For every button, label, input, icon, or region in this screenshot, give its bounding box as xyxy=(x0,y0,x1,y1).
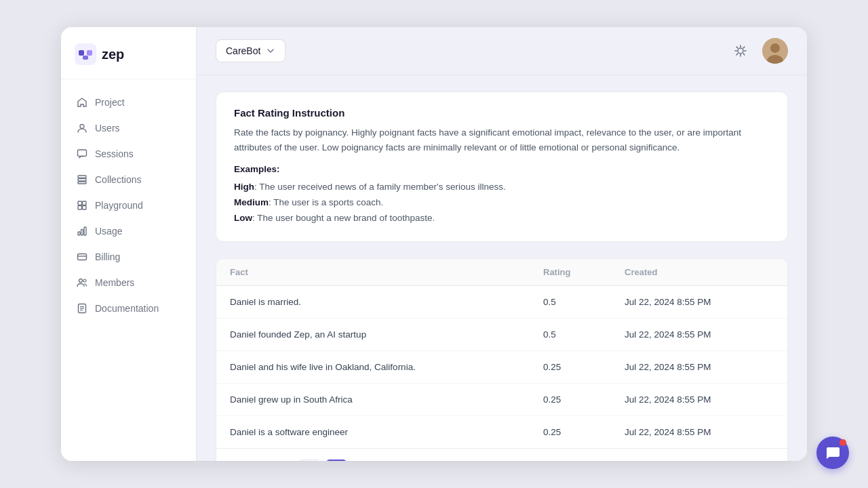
svg-point-34 xyxy=(770,43,780,53)
sidebar-item-documentation[interactable]: Documentation xyxy=(69,296,188,321)
user-avatar[interactable] xyxy=(762,38,788,64)
sun-icon xyxy=(734,44,747,58)
avatar-image xyxy=(762,38,788,64)
billing-icon xyxy=(76,251,88,263)
previous-button[interactable]: Previous xyxy=(230,461,293,462)
logo-area: zep xyxy=(61,27,196,79)
sidebar-item-playground[interactable]: Playground xyxy=(69,193,188,218)
svg-rect-12 xyxy=(83,206,87,210)
svg-rect-8 xyxy=(78,182,86,184)
project-name: CareBot xyxy=(226,45,260,56)
example-high-label: High xyxy=(234,182,254,192)
next-button[interactable]: Next xyxy=(353,461,399,462)
fact-cell: Daniel and his wife live in Oakland, Cal… xyxy=(230,362,543,372)
instruction-body: Rate the facts by poignancy. Highly poig… xyxy=(234,125,770,155)
project-selector[interactable]: CareBot xyxy=(216,39,285,62)
chat-icon xyxy=(76,148,88,160)
chevron-down-icon xyxy=(266,46,275,56)
sidebar: zep Project Users xyxy=(61,27,197,461)
svg-rect-16 xyxy=(78,254,87,260)
sidebar-item-usage[interactable]: Usage xyxy=(69,219,188,243)
page-1-button[interactable]: 1 xyxy=(298,460,320,461)
rating-cell: 0.25 xyxy=(543,394,625,405)
rating-cell: 0.5 xyxy=(543,297,625,307)
svg-rect-2 xyxy=(87,50,92,56)
instruction-title: Fact Rating Instruction xyxy=(234,107,770,119)
page-2-button[interactable]: 2 xyxy=(326,460,347,461)
chat-notification-dot xyxy=(840,439,846,446)
example-high-text: : The user received news of a family mem… xyxy=(254,182,506,192)
table-row: Daniel and his wife live in Oakland, Cal… xyxy=(216,351,787,384)
svg-rect-0 xyxy=(75,43,96,65)
svg-rect-1 xyxy=(79,50,84,56)
svg-rect-3 xyxy=(83,56,88,60)
svg-rect-13 xyxy=(78,232,80,235)
examples-title: Examples: xyxy=(234,164,770,174)
created-cell: Jul 22, 2024 8:55 PM xyxy=(625,297,774,307)
svg-rect-5 xyxy=(78,150,87,157)
table-row: Daniel is a software engineer 0.25 Jul 2… xyxy=(216,416,787,448)
sidebar-item-users[interactable]: Users xyxy=(69,116,188,140)
svg-line-31 xyxy=(743,47,745,48)
sidebar-item-sessions[interactable]: Sessions xyxy=(69,142,188,166)
collection-icon xyxy=(76,174,88,186)
svg-point-24 xyxy=(738,48,743,54)
fact-cell: Daniel grew up in South Africa xyxy=(230,394,543,405)
col-fact: Fact xyxy=(230,267,543,277)
table-row: Daniel is married. 0.5 Jul 22, 2024 8:55… xyxy=(216,286,787,319)
col-rating: Rating xyxy=(543,267,625,277)
nav-list: Project Users Sessions Col xyxy=(61,79,196,461)
svg-rect-7 xyxy=(78,179,86,182)
created-cell: Jul 22, 2024 8:55 PM xyxy=(625,394,774,405)
chart-icon xyxy=(76,225,88,237)
svg-line-30 xyxy=(743,54,745,55)
home-icon xyxy=(76,96,88,108)
svg-rect-6 xyxy=(78,176,86,178)
sidebar-item-collections[interactable]: Collections xyxy=(69,167,188,192)
svg-rect-9 xyxy=(78,201,82,205)
members-icon xyxy=(76,277,88,289)
zep-logo-icon xyxy=(75,43,96,65)
main-content: CareBot Fact Rating Inst xyxy=(197,27,807,461)
svg-line-29 xyxy=(736,47,738,48)
col-created: Created xyxy=(625,267,774,277)
example-low-label: Low xyxy=(234,213,252,223)
logo: zep xyxy=(75,43,182,65)
fact-cell: Daniel founded Zep, an AI startup xyxy=(230,329,543,340)
table-body: Daniel is married. 0.5 Jul 22, 2024 8:55… xyxy=(216,286,787,448)
rating-cell: 0.25 xyxy=(543,427,625,437)
table-row: Daniel grew up in South Africa 0.25 Jul … xyxy=(216,384,787,416)
rating-cell: 0.25 xyxy=(543,362,625,372)
example-high: High: The user received news of a family… xyxy=(234,180,770,195)
fact-cell: Daniel is married. xyxy=(230,297,543,307)
page-content: Fact Rating Instruction Rate the facts b… xyxy=(197,75,807,461)
theme-toggle-button[interactable] xyxy=(728,39,753,63)
example-low: Low: The user bought a new brand of toot… xyxy=(234,211,770,226)
instruction-box: Fact Rating Instruction Rate the facts b… xyxy=(216,92,788,242)
example-medium: Medium: The user is a sports coach. xyxy=(234,195,770,211)
svg-rect-11 xyxy=(78,206,82,210)
playground-icon xyxy=(76,199,88,211)
svg-point-4 xyxy=(80,125,84,129)
logo-text: zep xyxy=(102,47,124,62)
sidebar-item-project[interactable]: Project xyxy=(69,90,188,115)
fact-cell: Daniel is a software engineer xyxy=(230,427,543,437)
sidebar-item-billing[interactable]: Billing xyxy=(69,245,188,269)
topbar-actions xyxy=(728,38,788,64)
created-cell: Jul 22, 2024 8:55 PM xyxy=(625,329,774,340)
table-row: Daniel founded Zep, an AI startup 0.5 Ju… xyxy=(216,319,787,351)
created-cell: Jul 22, 2024 8:55 PM xyxy=(625,362,774,372)
sidebar-item-members[interactable]: Members xyxy=(69,270,188,295)
example-medium-label: Medium xyxy=(234,197,269,207)
user-icon xyxy=(76,122,88,134)
svg-line-32 xyxy=(736,54,738,55)
svg-rect-10 xyxy=(83,201,87,205)
created-cell: Jul 22, 2024 8:55 PM xyxy=(625,427,774,437)
topbar: CareBot xyxy=(197,27,807,75)
svg-rect-14 xyxy=(81,230,83,236)
example-low-text: : The user bought a new brand of toothpa… xyxy=(252,213,435,223)
docs-icon xyxy=(76,302,88,314)
svg-point-18 xyxy=(79,279,83,283)
chat-fab-button[interactable] xyxy=(816,436,849,469)
example-medium-text: : The user is a sports coach. xyxy=(269,197,383,207)
